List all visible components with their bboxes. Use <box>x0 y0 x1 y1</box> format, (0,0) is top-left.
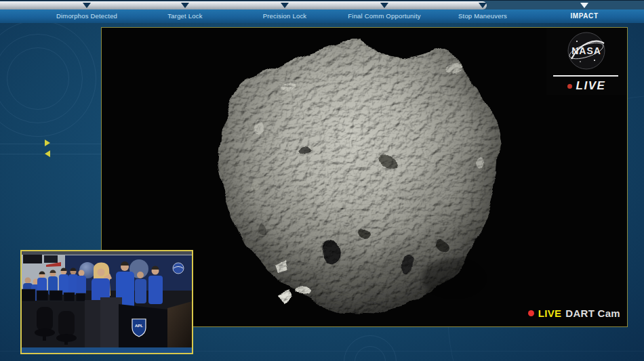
bg-arrow-left-icon <box>45 150 50 157</box>
timeline-label-impact: IMPACT <box>570 12 598 20</box>
apl-shield-logo: APL <box>132 319 146 337</box>
broadcast-frame: Dimorphos Detected Target Lock Precision… <box>0 0 644 361</box>
nasa-live-row: LIVE <box>546 79 626 93</box>
timeline-label-precision-lock: Precision Lock <box>263 12 307 20</box>
timeline-label-dimorphos-detected: Dimorphos Detected <box>56 12 117 20</box>
bg-line <box>0 154 102 154</box>
timeline-marker-impact <box>580 3 588 8</box>
caption-source-label: DART Cam <box>565 307 620 319</box>
timeline-marker-final-comm-opportunity <box>380 3 388 8</box>
asteroid-terminator-shadow <box>422 258 487 299</box>
timeline-track <box>0 0 644 9</box>
nasa-logo-icon: NASA <box>546 28 626 72</box>
timeline-marker-dimorphos-detected <box>83 3 91 8</box>
bg-line <box>0 144 102 144</box>
timeline-label-row: Dimorphos Detected Target Lock Precision… <box>0 9 644 23</box>
timeline-progress <box>0 1 487 9</box>
timeline-label-final-comm-opportunity: Final Comm Opportunity <box>348 12 420 20</box>
live-dot-icon <box>567 84 572 89</box>
live-caption: LIVE DART Cam <box>528 307 620 319</box>
caption-live-label: LIVE <box>538 307 562 319</box>
nasa-bug-divider <box>553 75 618 77</box>
timeline-label-stop-maneuvers: Stop Maneuvers <box>458 12 507 20</box>
timeline-marker-target-lock <box>181 3 189 8</box>
bg-arrow-right-icon <box>45 140 50 146</box>
timeline-marker-stop-maneuvers <box>479 3 487 8</box>
timeline-label-target-lock: Target Lock <box>167 12 202 20</box>
nasa-live-label: LIVE <box>576 79 606 93</box>
nasa-wordmark: NASA <box>571 45 601 56</box>
record-dot-icon <box>528 310 534 316</box>
mission-control-scene: APL <box>22 251 192 353</box>
mission-timeline: Dimorphos Detected Target Lock Precision… <box>0 0 644 23</box>
timeline-marker-precision-lock <box>281 3 289 8</box>
nasa-wall-logo-icon <box>173 263 184 274</box>
nasa-live-bug: NASA LIVE <box>546 28 626 95</box>
bg-arc <box>7 47 69 110</box>
mission-control-pip: APL <box>20 250 193 354</box>
apl-shield-label: APL <box>135 324 143 328</box>
